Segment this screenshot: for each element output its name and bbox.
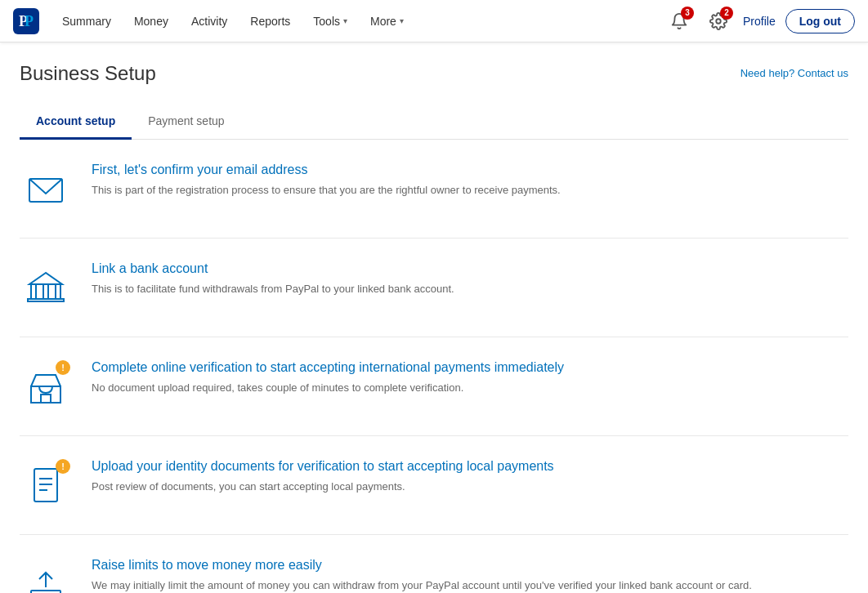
svg-rect-7: [56, 284, 60, 299]
setup-desc-confirm-email: This is part of the registration process…: [92, 182, 848, 198]
store-icon: !: [20, 360, 72, 412]
svg-rect-9: [28, 299, 64, 301]
nav-item-activity[interactable]: Activity: [181, 8, 237, 34]
setup-item-identity-docs: ! Upload your identity documents for ver…: [20, 436, 848, 535]
page-header: Business Setup Need help? Contact us: [20, 62, 848, 85]
svg-rect-11: [41, 395, 51, 403]
help-link[interactable]: Need help? Contact us: [740, 62, 848, 79]
navbar-right: 3 2 Profile Log out: [664, 7, 855, 36]
paypal-logo[interactable]: P P: [13, 8, 39, 34]
svg-marker-8: [29, 273, 62, 284]
document-icon: !: [20, 459, 72, 511]
svg-rect-5: [31, 284, 36, 299]
nav-links: Summary Money Activity Reports Tools ▾ M…: [52, 8, 664, 34]
setup-title-online-verification[interactable]: Complete online verification to start ac…: [92, 360, 848, 375]
setup-title-raise-limits[interactable]: Raise limits to move money more easily: [92, 558, 848, 573]
setup-title-link-bank[interactable]: Link a bank account: [92, 261, 848, 276]
setup-desc-link-bank: This is to facilitate fund withdrawals f…: [92, 281, 848, 297]
tab-account-setup[interactable]: Account setup: [20, 105, 132, 140]
svg-rect-6: [43, 284, 48, 299]
setup-content-identity-docs: Upload your identity documents for verif…: [92, 459, 848, 495]
nav-item-summary[interactable]: Summary: [52, 8, 121, 34]
navbar: P P Summary Money Activity Reports Tools…: [0, 0, 868, 42]
settings-badge: 2: [720, 7, 733, 20]
setup-content-confirm-email: First, let's confirm your email address …: [92, 163, 848, 198]
svg-text:P: P: [25, 13, 34, 29]
settings-button[interactable]: 2: [704, 7, 733, 36]
setup-content-online-verification: Complete online verification to start ac…: [92, 360, 848, 396]
warning-badge-identity-docs: !: [56, 459, 70, 474]
setup-desc-identity-docs: Post review of documents, you can start …: [92, 479, 848, 495]
setup-list: First, let's confirm your email address …: [20, 140, 848, 593]
setup-title-confirm-email[interactable]: First, let's confirm your email address: [92, 163, 848, 177]
nav-item-reports[interactable]: Reports: [240, 8, 300, 34]
page-container: Business Setup Need help? Contact us Acc…: [0, 42, 868, 593]
setup-item-online-verification: ! Complete online verification to start …: [20, 337, 848, 436]
nav-item-more[interactable]: More ▾: [360, 8, 414, 34]
setup-desc-raise-limits: We may initially limit the amount of mon…: [92, 577, 848, 593]
tab-payment-setup[interactable]: Payment setup: [132, 105, 240, 140]
setup-content-raise-limits: Raise limits to move money more easily W…: [92, 558, 848, 593]
bank-icon: [20, 261, 72, 314]
setup-item-link-bank: Link a bank account This is to facilitat…: [20, 239, 848, 337]
setup-content-link-bank: Link a bank account This is to facilitat…: [92, 261, 848, 297]
nav-item-tools[interactable]: Tools ▾: [303, 8, 357, 34]
setup-item-raise-limits: Raise limits to move money more easily W…: [20, 535, 848, 593]
setup-item-confirm-email: First, let's confirm your email address …: [20, 140, 848, 239]
notifications-badge: 3: [681, 7, 694, 20]
notifications-button[interactable]: 3: [664, 7, 694, 36]
setup-title-identity-docs[interactable]: Upload your identity documents for verif…: [92, 459, 848, 474]
upload-icon: [20, 558, 72, 593]
warning-badge-online-verification: !: [56, 360, 70, 375]
logout-button[interactable]: Log out: [785, 9, 855, 33]
email-icon: [20, 163, 72, 215]
profile-link[interactable]: Profile: [743, 15, 776, 28]
svg-point-3: [716, 19, 721, 24]
tools-chevron-icon: ▾: [343, 16, 347, 25]
tabs-container: Account setup Payment setup: [20, 105, 848, 140]
setup-desc-online-verification: No document upload required, takes coupl…: [92, 380, 848, 396]
nav-item-money[interactable]: Money: [124, 8, 178, 34]
more-chevron-icon: ▾: [400, 16, 404, 25]
page-title: Business Setup: [20, 62, 156, 85]
